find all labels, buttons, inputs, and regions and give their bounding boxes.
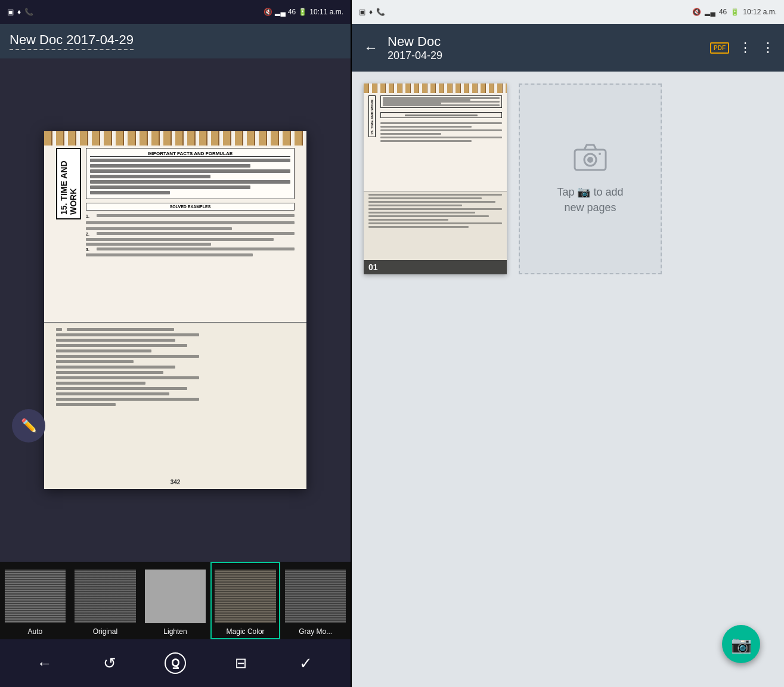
filter-label-magic: Magic Color bbox=[212, 625, 280, 638]
left-doc-title: New Doc 2017-04-29 bbox=[10, 32, 134, 50]
prob-text bbox=[86, 238, 274, 241]
bottom-text-content bbox=[56, 328, 295, 406]
share-button[interactable]: ⋮ bbox=[739, 40, 752, 55]
filter-thumb-lighten bbox=[141, 568, 209, 625]
filter-preview-lighten bbox=[145, 570, 206, 623]
back-button[interactable]: ← bbox=[30, 648, 60, 678]
thumb-line bbox=[380, 126, 472, 128]
filter-thumb-magic bbox=[212, 568, 280, 625]
right-status-bar: ▣ ♦ 📞 🔇 ▂▄ 46 🔋 10:12 a.m. bbox=[352, 0, 784, 24]
more-options-button[interactable]: ⋮ bbox=[761, 40, 774, 55]
back-icon: ← bbox=[37, 654, 52, 673]
handwriting-fab[interactable]: ✏️ bbox=[12, 409, 45, 442]
battery-icon: 🔋 bbox=[298, 8, 307, 16]
tbl bbox=[368, 212, 475, 213]
problem-item bbox=[86, 220, 295, 225]
right-doc-date: 2017-04-29 bbox=[388, 49, 703, 62]
right-doc-name: New Doc bbox=[388, 34, 703, 49]
btl bbox=[56, 398, 199, 401]
add-page-card[interactable]: Tap 📷 to add new pages bbox=[519, 83, 662, 274]
thumb-bottom-lines bbox=[368, 194, 502, 228]
tbl bbox=[368, 208, 502, 210]
prob-text bbox=[86, 243, 211, 246]
network-type: 46 bbox=[288, 8, 296, 16]
bottom-toolbar: ← ↺ Q̲ ⊟ ✓ bbox=[0, 639, 351, 687]
bottom-row bbox=[56, 333, 295, 336]
filter-preview-magic bbox=[215, 570, 275, 623]
filter-thumb-auto bbox=[1, 568, 69, 625]
problem-item bbox=[86, 238, 295, 241]
filter-lighten[interactable]: Lighten bbox=[140, 562, 210, 639]
spiral-binding bbox=[44, 131, 306, 146]
filter-gray[interactable]: Gray Mo... bbox=[280, 562, 351, 639]
btl bbox=[56, 376, 199, 379]
wifi-icon: ♦ bbox=[17, 8, 21, 16]
scanned-page: 15. TIME AND WORK IMPORTANT FACTS AND FO… bbox=[44, 131, 306, 489]
btl bbox=[56, 392, 169, 395]
right-time: 10:12 a.m. bbox=[743, 8, 777, 16]
btl bbox=[56, 349, 151, 352]
thumb-line bbox=[380, 129, 502, 131]
tbl bbox=[368, 201, 495, 203]
problem-item: 2. bbox=[86, 232, 295, 236]
problem-item: 3. bbox=[86, 247, 295, 252]
right-back-button[interactable]: ← bbox=[361, 37, 380, 58]
filter-thumb-gray bbox=[281, 568, 349, 625]
bottom-row bbox=[56, 360, 295, 363]
rotate-button[interactable]: ↺ bbox=[95, 648, 125, 678]
filter-preview-auto bbox=[5, 570, 66, 623]
problem-item: 1. bbox=[86, 214, 295, 218]
bottom-row bbox=[56, 376, 295, 379]
pdf-button[interactable]: PDF bbox=[710, 42, 729, 54]
text-line bbox=[90, 169, 290, 173]
bottom-row bbox=[56, 349, 295, 352]
filter-label-original: Original bbox=[72, 625, 140, 638]
bottom-row bbox=[56, 355, 295, 358]
ocr-button[interactable]: Q̲ bbox=[160, 648, 190, 678]
tap-text: Tap bbox=[557, 186, 574, 198]
ocr-icon: Q̲ bbox=[165, 652, 186, 674]
page-text-block: IMPORTANT FACTS AND FORMULAE SOLVED EXAM… bbox=[86, 148, 295, 258]
left-header: New Doc 2017-04-29 bbox=[0, 24, 351, 58]
filter-magic[interactable]: Magic Color bbox=[210, 562, 281, 639]
right-panel-wrapper: ▣ ♦ 📞 🔇 ▂▄ 46 🔋 10:12 a.m. ← New Doc 201… bbox=[352, 0, 784, 687]
page-title-area: 15. TIME AND WORK IMPORTANT FACTS AND FO… bbox=[56, 148, 295, 258]
page-01-thumbnail[interactable]: 15. TIME AND WORK bbox=[364, 83, 507, 274]
prob-num: 2. bbox=[86, 232, 94, 236]
prob-text bbox=[86, 227, 232, 230]
camera-icon-add bbox=[574, 143, 607, 178]
right-camera-fab[interactable]: 📷 bbox=[722, 625, 760, 663]
right-header-actions: PDF ⋮ ⋮ bbox=[710, 40, 774, 55]
btl bbox=[56, 355, 199, 358]
check-icon: ✓ bbox=[299, 654, 312, 673]
svg-point-3 bbox=[599, 153, 601, 155]
confirm-button[interactable]: ✓ bbox=[291, 648, 321, 678]
filter-auto[interactable]: Auto bbox=[0, 562, 70, 639]
right-status-icons: ▣ ♦ 📞 bbox=[359, 8, 385, 16]
problem-item bbox=[86, 243, 295, 246]
filter-preview-original bbox=[75, 570, 135, 623]
tbl bbox=[368, 215, 489, 217]
btl bbox=[56, 366, 175, 369]
btl bbox=[67, 328, 174, 331]
problem-item bbox=[86, 227, 295, 230]
phone-icon-right: 📞 bbox=[376, 8, 385, 16]
btl bbox=[56, 403, 116, 406]
btl bbox=[56, 344, 187, 347]
thumb-lines bbox=[380, 95, 502, 142]
pen-icon: ✏️ bbox=[21, 418, 37, 434]
thumb-line bbox=[383, 104, 500, 106]
btl bbox=[56, 328, 62, 331]
camera-fab-icon: 📷 bbox=[731, 635, 752, 654]
btl bbox=[56, 339, 175, 342]
thumb-facts-box bbox=[380, 95, 502, 108]
screen-icon: ▣ bbox=[7, 8, 14, 16]
bottom-row bbox=[56, 403, 295, 406]
bottom-row bbox=[56, 366, 295, 369]
prob-text bbox=[86, 221, 295, 224]
facts-title: IMPORTANT FACTS AND FORMULAE bbox=[90, 151, 290, 157]
bottom-row bbox=[56, 328, 295, 331]
adjust-button[interactable]: ⊟ bbox=[226, 648, 256, 678]
thumb-line bbox=[380, 122, 502, 124]
filter-original[interactable]: Original bbox=[70, 562, 141, 639]
